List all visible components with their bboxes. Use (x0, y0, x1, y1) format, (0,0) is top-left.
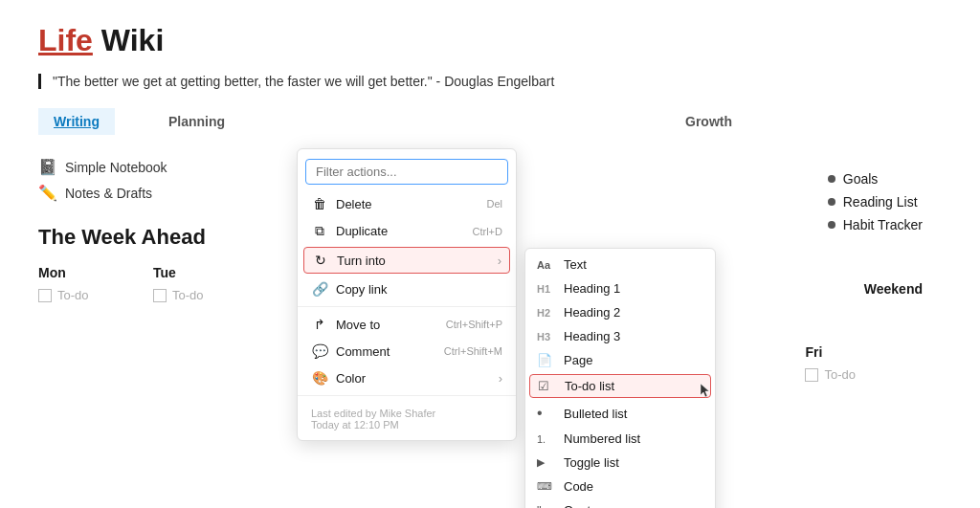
comment-shortcut: Ctrl+Shift+M (444, 345, 502, 357)
tab-growth[interactable]: Growth (670, 108, 747, 135)
move-to-icon: ↱ (311, 317, 328, 332)
ctx-footer-line1: Last edited by Mike Shafer (311, 408, 502, 419)
sub-item-quote[interactable]: " Quote (525, 498, 715, 508)
sub-label-bullet: Bulleted list (564, 407, 627, 421)
todo-icon: ☑ (538, 379, 557, 393)
ctx-copy-link[interactable]: 🔗 Copy link (298, 276, 516, 302)
sub-item-numbered[interactable]: 1. Numbered list (525, 427, 715, 451)
sub-item-todo[interactable]: ☑ To-do list (529, 374, 711, 398)
todo-item-tue: To-do (153, 288, 268, 302)
duplicate-shortcut: Ctrl+D (473, 226, 502, 237)
ctx-comment-label: Comment (336, 344, 444, 359)
ctx-turn-into[interactable]: ↻ Turn into › Aa Text H1 Heading 1 H2 (303, 247, 510, 274)
quote-icon: " (537, 503, 556, 508)
sub-label-numbered: Numbered list (564, 431, 640, 446)
day-header-tue: Tue (153, 265, 268, 280)
dot-icon (828, 175, 835, 183)
sub-label-text: Text (564, 257, 587, 272)
sub-item-page[interactable]: 📄 Page (525, 348, 715, 372)
ctx-delete-label: Delete (336, 197, 486, 211)
notebook-icon: 📓 (38, 158, 57, 176)
sub-label-code: Code (564, 479, 593, 494)
delete-shortcut: Del (486, 198, 502, 210)
move-to-shortcut: Ctrl+Shift+P (446, 319, 502, 330)
numbered-icon: 1. (537, 433, 556, 445)
sub-label-h1: Heading 1 (564, 281, 620, 296)
sub-label-h3: Heading 3 (564, 329, 620, 343)
ctx-footer-line2: Today at 12:10 PM (311, 419, 502, 431)
sub-item-bullet[interactable]: • Bulleted list (525, 400, 715, 427)
code-icon: ⌨ (537, 480, 556, 493)
day-header-fri: Fri (805, 344, 856, 360)
sub-item-toggle[interactable]: ▶ Toggle list (525, 451, 715, 475)
cursor-icon (699, 382, 712, 399)
title-underline: Life (38, 23, 93, 57)
context-menu: 🗑 Delete Del ⧉ Duplicate Ctrl+D ↻ Turn i… (297, 148, 517, 441)
checkbox-tue[interactable] (153, 289, 167, 302)
ctx-move-to-label: Move to (336, 318, 446, 332)
right-item-reading-list[interactable]: Reading List (828, 190, 923, 213)
dot-icon-3 (828, 221, 835, 229)
sub-item-h3[interactable]: H3 Heading 3 (525, 324, 715, 348)
page-icon: 📄 (537, 353, 556, 367)
comment-icon: 💬 (311, 343, 328, 359)
todo-item-mon: To-do (38, 288, 153, 302)
todo-item-fri: To-do (805, 367, 856, 382)
h2-icon: H2 (537, 307, 556, 319)
h1-icon: H1 (537, 283, 556, 295)
ctx-duplicate-label: Duplicate (336, 224, 473, 238)
sub-item-h2[interactable]: H2 Heading 2 (525, 300, 715, 324)
ctx-comment[interactable]: 💬 Comment Ctrl+Shift+M (298, 338, 516, 364)
title-rest: Wiki (93, 23, 164, 57)
ctx-footer: Last edited by Mike Shafer Today at 12:1… (298, 400, 516, 436)
color-arrow: › (499, 371, 502, 386)
ctx-turn-into-label: Turn into (337, 254, 498, 268)
svg-marker-0 (701, 384, 709, 397)
right-item-habit-tracker[interactable]: Habit Tracker (828, 213, 923, 236)
fri-col: Fri To-do (805, 344, 856, 382)
sub-label-quote: Quote (564, 503, 597, 508)
day-header-mon: Mon (38, 265, 153, 280)
ctx-duplicate[interactable]: ⧉ Duplicate Ctrl+D (298, 217, 516, 245)
sub-item-h1[interactable]: H1 Heading 1 (525, 276, 715, 300)
tab-writing[interactable]: Writing (38, 108, 115, 135)
turn-into-arrow: › (498, 254, 501, 268)
checkbox-fri[interactable] (805, 368, 818, 382)
right-item-goals[interactable]: Goals (828, 167, 923, 190)
sub-label-h2: Heading 2 (564, 305, 620, 320)
ctx-color-label: Color (336, 371, 499, 386)
sub-label-todo: To-do list (565, 379, 614, 393)
color-icon: 🎨 (311, 370, 328, 386)
sub-item-text[interactable]: Aa Text (525, 253, 715, 276)
sidebar-item-label-notes: Notes & Drafts (65, 186, 152, 201)
sub-item-code[interactable]: ⌨ Code (525, 475, 715, 498)
notes-icon: ✏️ (38, 184, 57, 202)
checkbox-mon[interactable] (38, 289, 52, 302)
day-col-tue: Tue To-do (153, 265, 268, 302)
day-col-mon: Mon To-do (38, 265, 153, 302)
text-icon: Aa (537, 259, 556, 271)
tabs-row: Writing Planning Growth (38, 108, 942, 135)
ctx-divider-2 (298, 395, 516, 396)
filter-actions-input[interactable] (305, 159, 508, 185)
ctx-divider-1 (298, 306, 516, 307)
ctx-copy-link-label: Copy link (336, 282, 502, 297)
ctx-color[interactable]: 🎨 Color › (298, 364, 516, 391)
page-container: Life Wiki "The better we get at getting … (0, 0, 980, 325)
sub-label-toggle: Toggle list (564, 455, 619, 470)
delete-icon: 🗑 (311, 196, 328, 211)
sub-label-page: Page (564, 353, 592, 367)
turn-into-icon: ↻ (312, 253, 329, 268)
page-title: Life Wiki (38, 23, 942, 58)
ctx-delete[interactable]: 🗑 Delete Del (298, 190, 516, 217)
submenu: Aa Text H1 Heading 1 H2 Heading 2 H3 Hea… (524, 248, 716, 508)
duplicate-icon: ⧉ (311, 223, 328, 239)
dot-icon-2 (828, 198, 835, 206)
right-items: Goals Reading List Habit Tracker (828, 167, 923, 236)
quote-block: "The better we get at getting better, th… (38, 74, 942, 89)
weekend-label: Weekend (864, 281, 923, 297)
tab-planning[interactable]: Planning (153, 108, 240, 135)
ctx-move-to[interactable]: ↱ Move to Ctrl+Shift+P (298, 311, 516, 338)
bullet-icon: • (537, 405, 556, 422)
sidebar-item-label-notebook: Simple Notebook (65, 160, 167, 175)
